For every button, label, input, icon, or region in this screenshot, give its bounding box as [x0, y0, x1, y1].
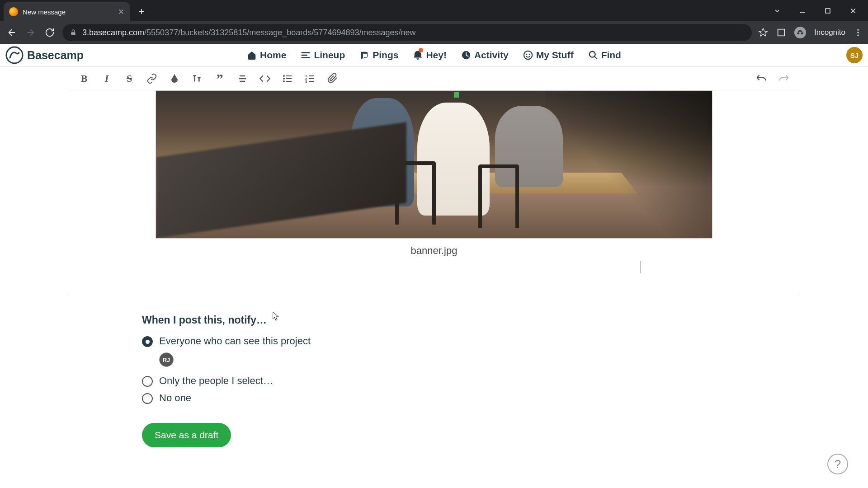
content-scroll-area[interactable]: B I S ” 123	[0, 67, 868, 488]
notify-heading: When I post this, notify…	[142, 314, 782, 326]
nav-mystuff[interactable]: My Stuff	[523, 50, 574, 61]
redo-button[interactable]	[778, 72, 790, 85]
lineup-icon	[301, 50, 311, 60]
save-draft-button[interactable]: Save as a draft	[142, 423, 231, 447]
align-button[interactable]	[236, 72, 249, 85]
text-cursor	[641, 261, 641, 273]
link-button[interactable]	[146, 72, 158, 85]
mouse-cursor-icon	[273, 312, 280, 321]
incognito-icon[interactable]	[794, 27, 806, 38]
svg-rect-2	[71, 32, 75, 35]
tab-close-button[interactable]: ✕	[118, 8, 125, 15]
lock-icon	[70, 29, 77, 36]
nav-find[interactable]: Find	[588, 50, 621, 61]
activity-icon	[461, 50, 471, 60]
color-button[interactable]	[168, 72, 181, 85]
basecamp-logo[interactable]: Basecamp	[5, 46, 84, 64]
forward-button[interactable]	[24, 26, 37, 39]
notify-section: When I post this, notify… Everyone who c…	[68, 294, 800, 465]
svg-point-5	[857, 32, 859, 33]
radio-everyone[interactable]	[142, 336, 153, 347]
svg-rect-1	[826, 9, 830, 13]
new-tab-button[interactable]: +	[134, 4, 149, 19]
radio-select[interactable]	[142, 376, 153, 387]
svg-point-11	[529, 54, 530, 55]
svg-point-15	[283, 80, 285, 82]
nav-hey[interactable]: Hey!	[413, 50, 447, 61]
tab-title: New message	[23, 8, 113, 16]
nav-pings[interactable]: Pings	[359, 50, 398, 61]
nav-activity[interactable]: Activity	[461, 50, 509, 61]
back-button[interactable]	[5, 26, 18, 39]
editor-toolbar: B I S ” 123	[68, 67, 800, 90]
url-text: 3.basecamp.com/5550377/buckets/31325815/…	[82, 28, 416, 38]
home-icon	[247, 50, 257, 60]
bold-button[interactable]: B	[78, 72, 90, 85]
reload-button[interactable]	[43, 26, 56, 39]
notify-option-everyone[interactable]: Everyone who can see this project	[142, 335, 782, 347]
window-controls	[767, 4, 868, 18]
app-header: Basecamp Home Lineup Pings Hey! Activity…	[0, 44, 868, 67]
undo-button[interactable]	[755, 72, 768, 85]
browser-address-bar: 3.basecamp.com/5550377/buckets/31325815/…	[0, 21, 868, 44]
strikethrough-button[interactable]: S	[123, 72, 136, 85]
svg-point-9	[524, 51, 532, 59]
svg-point-13	[283, 75, 285, 77]
nav-lineup[interactable]: Lineup	[301, 50, 345, 61]
notify-option-select[interactable]: Only the people I select…	[142, 375, 782, 387]
basecamp-logo-icon	[5, 46, 24, 64]
nav-home[interactable]: Home	[247, 50, 286, 61]
svg-point-4	[857, 29, 859, 31]
svg-rect-3	[778, 29, 785, 36]
url-field[interactable]: 3.basecamp.com/5550377/buckets/31325815/…	[62, 24, 752, 41]
pings-icon	[359, 50, 369, 60]
browser-tab[interactable]: New message ✕	[4, 2, 130, 21]
image-caption: banner.jpg	[82, 239, 786, 263]
search-icon	[588, 50, 598, 60]
attached-image[interactable]	[156, 90, 712, 239]
svg-point-6	[857, 34, 859, 36]
svg-point-10	[526, 54, 527, 55]
bullet-list-button[interactable]	[281, 72, 294, 85]
maximize-button[interactable]	[817, 4, 838, 18]
incognito-label: Incognito	[814, 28, 845, 37]
number-list-button[interactable]: 123	[304, 72, 316, 85]
main-nav: Home Lineup Pings Hey! Activity My Stuff…	[247, 50, 621, 61]
editor-content[interactable]: banner.jpg	[68, 90, 800, 273]
tab-favicon-icon	[9, 7, 18, 16]
mystuff-icon	[523, 50, 533, 60]
quote-button[interactable]: ”	[213, 72, 226, 85]
browser-menu-button[interactable]	[854, 28, 863, 37]
tab-search-button[interactable]	[767, 4, 788, 18]
browser-tab-strip: New message ✕ +	[0, 0, 868, 21]
extensions-button[interactable]	[776, 28, 786, 38]
radio-none[interactable]	[142, 393, 153, 404]
svg-point-7	[6, 47, 23, 63]
bookmark-button[interactable]	[758, 28, 768, 38]
notify-option-none[interactable]: No one	[142, 392, 782, 404]
user-avatar[interactable]: SJ	[846, 47, 863, 63]
minimize-button[interactable]	[792, 4, 813, 18]
help-button[interactable]: ?	[827, 454, 848, 474]
subscriber-avatar[interactable]: RJ	[159, 352, 174, 367]
heading-button[interactable]	[191, 72, 203, 85]
svg-text:3: 3	[305, 80, 307, 84]
basecamp-logo-text: Basecamp	[27, 49, 84, 62]
italic-button[interactable]: I	[100, 72, 113, 85]
close-window-button[interactable]	[843, 4, 863, 18]
code-button[interactable]	[259, 72, 271, 85]
attachment-button[interactable]	[326, 72, 339, 85]
svg-point-14	[283, 78, 285, 80]
